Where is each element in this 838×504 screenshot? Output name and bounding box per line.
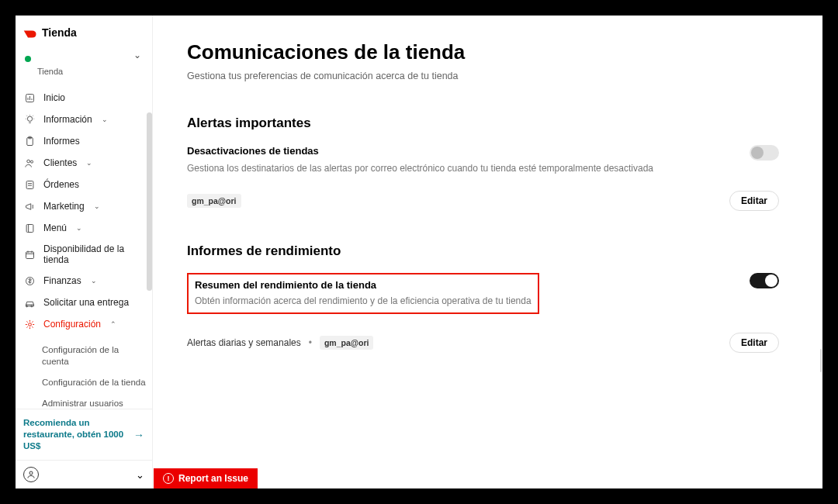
toggle-knob [765,274,777,287]
svg-point-5 [30,161,33,163]
home-icon [23,91,36,104]
tenant-selector[interactable]: ⌄ Tienda [16,47,152,82]
sidebar-item-label: Disponibilidad de la tienda [43,243,129,265]
sidebar-item-label: Información [43,114,92,125]
section-reports-heading: Informes de rendimiento [187,243,779,259]
subnav-manage-users[interactable]: Administrar usuarios [42,393,152,409]
chevron-up-icon: ⌃ [110,320,116,328]
sidebar-item-request-delivery[interactable]: Solicitar una entrega [16,292,152,313]
receipt-icon [23,178,36,191]
svg-point-10 [28,323,31,326]
section-alerts-heading: Alertas importantes [187,116,779,131]
settings-subnav: Configuración de la cuenta Configuración… [16,340,152,409]
subnav-store-settings[interactable]: Configuración de la tienda [42,372,152,393]
sidebar-item-label: Finanzas [43,275,81,286]
book-icon [23,222,36,234]
sidebar-item-label: Órdenes [43,179,79,190]
report-issue-label: Report an Issue [178,473,248,484]
sidebar-item-home[interactable]: Inicio [16,87,152,109]
sidebar-item-label: Marketing [43,201,85,212]
email-chip: gm_pa@ori [320,336,374,350]
recommend-link[interactable]: Recomienda un restaurante, obtén 1000 US… [16,409,152,460]
sidebar-item-reports[interactable]: Informes [16,130,152,152]
edit-button[interactable]: Editar [729,191,779,211]
calendar-icon [23,248,36,261]
sidebar-item-label: Clientes [43,157,77,168]
sidebar: Tienda ⌄ Tienda Inicio Información ⌄ [16,16,153,488]
chevron-down-icon: ⌄ [133,50,141,60]
chevron-down-icon: ⌄ [94,202,100,210]
alert-circle-icon: ! [163,473,174,484]
toggle-knob [751,147,764,159]
main-content: Comunicaciones de la tienda Gestiona tus… [153,16,822,488]
arrow-right-icon: → [133,429,144,441]
sidebar-item-menu[interactable]: Menú ⌄ [16,217,152,239]
page-scrollbar[interactable] [820,349,822,372]
report-issue-button[interactable]: ! Report an Issue [154,468,258,488]
sidebar-item-label: Informes [43,136,80,147]
svg-rect-8 [26,251,33,258]
chevron-down-icon: ⌄ [76,224,82,232]
card-title: Desactivaciones de tiendas [187,145,734,157]
sidebar-item-marketing[interactable]: Marketing ⌄ [16,195,152,217]
sidebar-item-insights[interactable]: Información ⌄ [16,109,152,130]
toggle-store-deactivations[interactable]: ✓ [750,145,779,161]
email-chip: gm_pa@ori [187,194,241,208]
toggle-performance-summary[interactable] [750,273,779,288]
sidebar-scrollbar[interactable] [147,112,152,291]
card-store-deactivations: Desactivaciones de tiendas Gestiona los … [187,145,779,211]
page-subtitle: Gestiona tus preferencias de comunicació… [187,71,779,81]
separator-dot-icon: • [309,337,312,348]
chevron-down-icon: ⌄ [86,159,92,167]
subnav-label: Configuración de la cuenta [42,345,119,366]
chevron-down-icon: ⌄ [91,277,97,285]
chevron-down-icon: ⌄ [136,469,144,481]
sidebar-item-availability[interactable]: Disponibilidad de la tienda [16,239,152,270]
car-icon [23,296,36,309]
svg-rect-7 [26,224,33,232]
user-menu[interactable]: ⌄ [16,460,152,488]
subnav-account-settings[interactable]: Configuración de la cuenta [42,340,152,372]
card-desc: Obtén información acerca del rendimiento… [195,294,532,308]
chevron-down-icon: ⌄ [102,116,108,123]
svg-point-4 [26,160,29,163]
sidebar-footer: Recomienda un restaurante, obtén 1000 US… [16,409,152,488]
sidebar-item-label: Menú [43,223,67,233]
card-title: Resumen del rendimiento de la tienda [195,279,532,291]
sidebar-item-finance[interactable]: Finanzas ⌄ [16,270,152,292]
brand-logo-icon [23,28,37,37]
sidebar-item-label: Solicitar una entrega [43,297,129,308]
users-icon [23,157,36,169]
sidebar-item-customers[interactable]: Clientes ⌄ [16,152,152,174]
sidebar-item-orders[interactable]: Órdenes [16,174,152,195]
sidebar-item-label: Inicio [43,92,65,103]
gear-icon [23,318,36,330]
highlight-box: Resumen del rendimiento de la tienda Obt… [187,273,539,314]
lightbulb-icon [23,113,36,126]
user-avatar-icon [23,467,39,482]
sidebar-item-label: Configuración [43,319,101,330]
sidebar-nav: Inicio Información ⌄ Informes Clientes ⌄ [16,82,152,340]
card-desc: Gestiona los destinatarios de las alerta… [187,161,734,175]
brand: Tienda [16,16,152,47]
svg-rect-6 [26,181,33,188]
dollar-icon [23,274,36,287]
frequency-label: Alertas diarias y semanales [187,337,301,348]
tenant-label: Tienda [37,67,144,76]
brand-name: Tienda [42,26,77,39]
subnav-label: Configuración de la tienda [42,378,146,387]
megaphone-icon [23,200,36,212]
svg-point-1 [27,116,32,121]
card-performance-summary: Resumen del rendimiento de la tienda Obt… [187,273,779,353]
app-window: Tienda ⌄ Tienda Inicio Información ⌄ [16,16,822,488]
sidebar-item-settings[interactable]: Configuración ⌃ [16,313,152,335]
status-dot-icon [25,56,31,62]
sidebar-scroll: Tienda ⌄ Tienda Inicio Información ⌄ [16,16,152,409]
page-title: Comunicaciones de la tienda [187,40,779,64]
subnav-label: Administrar usuarios [42,399,123,408]
svg-point-11 [29,471,33,475]
clipboard-icon [23,135,36,147]
recommend-text: Recomienda un restaurante, obtén 1000 US… [23,417,124,452]
edit-button[interactable]: Editar [729,333,779,353]
frequency-row: Alertas diarias y semanales • gm_pa@ori [187,336,373,350]
